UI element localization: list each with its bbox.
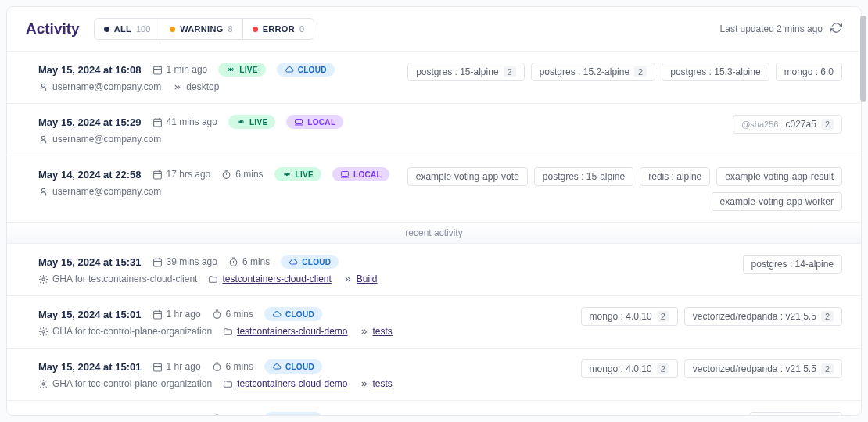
tags-container: example-voting-app-votepostgres : 15-alp… [405, 167, 842, 211]
cloud-badge: CLOUD [264, 307, 322, 321]
tags-container: @sha256:c027a52 [733, 115, 842, 134]
image-tag[interactable]: mongo : 6.0 [776, 63, 842, 81]
tag-text: c027a5 [786, 119, 816, 130]
timer-icon: 7 mins [212, 413, 253, 416]
image-tag[interactable]: vectorized/redpanda : v21.5.52 [684, 307, 842, 326]
svg-rect-15 [153, 311, 161, 319]
svg-rect-12 [153, 259, 161, 266]
image-tag[interactable]: @sha256:c027a52 [733, 115, 842, 134]
tag-text: redis : alpine [648, 171, 701, 182]
endpoint-icon: Build [343, 274, 378, 284]
image-tag[interactable]: mongo : 4.0.102 [581, 307, 678, 326]
calendar-icon: 41 mins ago [152, 116, 217, 127]
image-tag[interactable]: redis : alpine [640, 167, 710, 186]
row-date: May 15, 2024 at 15:01 [38, 361, 142, 373]
folder-link[interactable]: testcontainers-cloud-client [222, 274, 331, 284]
page-title: Activity [26, 20, 80, 38]
scrollbar[interactable] [860, 16, 866, 102]
svg-point-2 [41, 84, 45, 87]
row-date: May 15, 2024 at 16:08 [38, 64, 142, 76]
user-icon: username@company.com [38, 186, 161, 197]
image-tag[interactable]: postgres : 15-alpine2 [407, 63, 525, 81]
svg-point-13 [230, 259, 237, 266]
calendar-icon: 1 hr ago [152, 309, 201, 320]
filter-group: ALL 100 WARNING 8 ERROR 0 [94, 18, 314, 40]
tags-container: postgres : 14-alpine [743, 255, 842, 274]
image-tag[interactable]: postgres : 15.2-alpine2 [531, 63, 656, 81]
svg-point-9 [285, 173, 288, 176]
dot-icon [170, 27, 175, 32]
activity-row[interactable]: May 14, 2024 at 22:5817 hrs ago6 minsLIV… [7, 156, 861, 222]
timer-icon: 6 mins [228, 256, 270, 267]
filter-count: 100 [136, 24, 150, 34]
activity-row[interactable]: May 15, 2024 at 15:3139 mins ago6 minsCL… [7, 243, 861, 295]
tag-count: 2 [821, 363, 834, 374]
endpoint-icon: tests [359, 326, 393, 337]
image-tag[interactable]: example-voting-app-worker [712, 192, 842, 211]
recent-activity-separator: recent activity [7, 222, 861, 243]
folder-icon: testcontainers-cloud-demo [223, 326, 347, 337]
calendar-icon: 1 min ago [152, 64, 208, 75]
tag-count: 2 [821, 119, 834, 130]
cloud-badge: CLOUD [264, 359, 322, 374]
tag-text: vectorized/redpanda : v21.5.5 [693, 363, 816, 374]
folder-link[interactable]: testcontainers-cloud-demo [237, 378, 347, 389]
cloud-badge: CLOUD [277, 63, 335, 77]
row-date: May 15, 2024 at 15:31 [38, 256, 142, 268]
tag-text: postgres : 15-alpine [543, 171, 625, 182]
filter-warning[interactable]: WARNING 8 [160, 19, 242, 39]
tag-text: postgres : 15.3-alpine [670, 66, 760, 77]
activity-row[interactable]: May 15, 2024 at 15:2941 mins agoLIVELOCA… [7, 103, 861, 156]
svg-rect-18 [153, 363, 161, 371]
tag-text: example-voting-app-result [725, 171, 834, 182]
svg-point-6 [41, 136, 45, 139]
tags-container: mongo : 4.0.102vectorized/redpanda : v21… [581, 359, 842, 378]
image-tag[interactable]: postgres : 15.3-alpine [662, 63, 769, 81]
svg-rect-0 [153, 66, 161, 74]
endpoint-icon: desktop [172, 81, 219, 92]
svg-point-11 [41, 188, 45, 191]
folder-link[interactable]: testcontainers-cloud-demo [237, 326, 347, 337]
user-icon: username@company.com [38, 134, 161, 145]
tag-count: 2 [821, 311, 834, 322]
tag-count: 2 [657, 363, 669, 374]
filter-label: WARNING [180, 24, 223, 34]
task-link[interactable]: Build [357, 274, 378, 284]
activity-row[interactable]: May 15, 2024 at 16:081 min agoLIVECLOUD … [7, 51, 861, 103]
svg-rect-10 [342, 172, 349, 177]
tag-text: mongo : 6.0 [784, 66, 834, 77]
task-link[interactable]: tests [373, 326, 393, 337]
filter-all[interactable]: ALL 100 [95, 19, 161, 39]
image-tag[interactable]: vectorized/redpanda : v21.5.52 [684, 359, 842, 378]
filter-error[interactable]: ERROR 0 [243, 19, 314, 39]
activity-row[interactable]: May 15, 2024 at 15:011 hr ago6 minsCLOUD… [7, 348, 861, 400]
cloud-badge: CLOUD [264, 412, 322, 416]
calendar-icon: 17 hrs ago [152, 169, 211, 180]
svg-rect-5 [296, 120, 303, 124]
image-tag[interactable]: example-voting-app-result [716, 167, 842, 186]
image-tag[interactable]: mysql : 5.7.372 [749, 412, 842, 416]
local-badge: LOCAL [286, 115, 343, 129]
activity-row[interactable]: May 15, 2024 at 15:011 hr ago6 minsCLOUD… [7, 295, 861, 348]
tag-count: 2 [504, 66, 516, 77]
svg-point-20 [42, 382, 45, 384]
calendar-icon: 39 mins ago [152, 256, 217, 267]
svg-rect-3 [153, 119, 161, 127]
tag-count: 2 [657, 311, 669, 322]
user-icon: username@company.com [38, 81, 161, 92]
activity-row[interactable]: May 15, 2024 at 15:011 hr ago7 minsCLOUD… [7, 400, 861, 416]
task-link[interactable]: tests [373, 378, 393, 389]
dot-icon [104, 27, 109, 32]
image-tag[interactable]: postgres : 14-alpine [743, 255, 842, 274]
image-tag[interactable]: postgres : 15-alpine [534, 167, 633, 186]
tags-container: mysql : 5.7.372 [749, 412, 842, 416]
refresh-icon[interactable] [830, 22, 842, 36]
folder-icon: testcontainers-cloud-demo [223, 378, 347, 389]
timer-icon: 6 mins [212, 361, 253, 372]
timer-icon: 6 mins [212, 309, 253, 320]
live-badge: LIVE [228, 115, 275, 129]
filter-count: 0 [299, 24, 304, 34]
activity-header: Activity ALL 100 WARNING 8 ERROR 0 Last … [7, 7, 861, 51]
image-tag[interactable]: example-voting-app-vote [407, 167, 528, 186]
image-tag[interactable]: mongo : 4.0.102 [581, 359, 678, 378]
